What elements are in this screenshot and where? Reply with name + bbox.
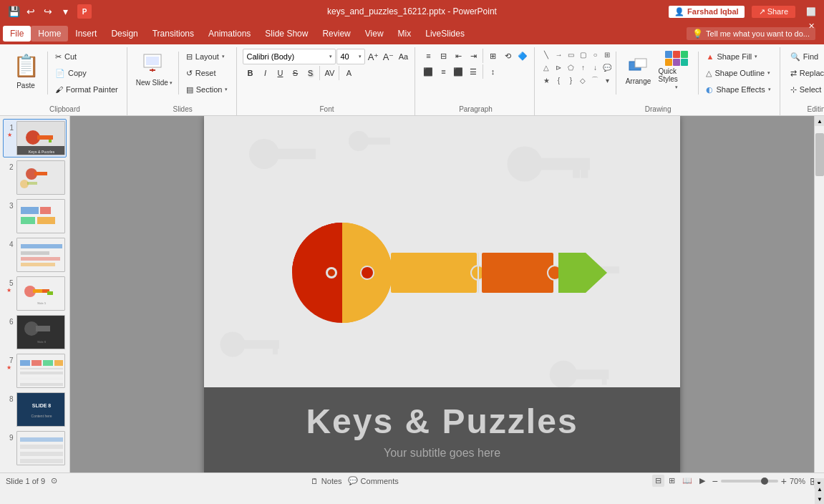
replace-button[interactable]: ⇄ Replace ▾	[786, 65, 824, 81]
shape-star[interactable]: ★	[541, 74, 552, 86]
shape-bracket[interactable]: {	[553, 74, 564, 86]
zoom-slider[interactable]	[721, 480, 778, 483]
menu-view[interactable]: View	[358, 26, 391, 42]
menu-insert[interactable]: Insert	[68, 26, 104, 42]
shape-diamond[interactable]: ◇	[577, 74, 588, 86]
bold-button[interactable]: B	[243, 66, 257, 80]
slide-thumb-8[interactable]: 8 SLIDE 8 Content here	[3, 391, 67, 428]
shape-more[interactable]: ⊞	[601, 49, 613, 60]
slide-sorter-button[interactable]: ⊞	[666, 475, 678, 487]
next-slide-button[interactable]: ▼	[815, 494, 824, 504]
scroll-up-button[interactable]: ▲	[815, 116, 824, 126]
customize-qa-button[interactable]: ▾	[57, 4, 73, 19]
save-button[interactable]: 💾	[6, 4, 21, 19]
shape-fill-button[interactable]: ▲ Shape Fill ▾	[702, 49, 775, 64]
increase-indent-button[interactable]: ⇥	[466, 49, 480, 63]
slide-thumb-1[interactable]: 1 ★ Keys & Puzzles	[3, 119, 67, 158]
shape-brace[interactable]: }	[565, 74, 576, 86]
align-right-button[interactable]: ⬛	[451, 64, 465, 79]
shape-oval[interactable]: ○	[589, 49, 601, 60]
shape-chevron[interactable]: ⊳	[553, 62, 564, 73]
strikethrough-button[interactable]: S	[288, 66, 302, 80]
tell-me-box[interactable]: 💡 Tell me what you want to do...	[687, 27, 815, 40]
new-slide-label[interactable]: New Slide ▾	[133, 77, 175, 88]
prev-slide-button[interactable]: ▲	[815, 484, 824, 494]
char-spacing-button[interactable]: AV	[322, 66, 336, 80]
reset-button[interactable]: ↺ Reset	[182, 65, 233, 81]
convert-to-smartart-button[interactable]: 🔷	[515, 49, 530, 63]
shape-callout[interactable]: 💬	[601, 62, 613, 73]
shadow-button[interactable]: S	[303, 66, 317, 80]
select-button[interactable]: ⊹ Select ▾	[786, 82, 824, 97]
shape-arrow-down[interactable]: ↓	[589, 62, 601, 73]
menu-review[interactable]: Review	[315, 26, 357, 42]
format-painter-button[interactable]: 🖌 Format Painter	[51, 82, 122, 97]
scroll-thumb[interactable]	[815, 133, 824, 176]
shape-triangle[interactable]: △	[541, 62, 552, 73]
numbered-list-button[interactable]: ⊟	[436, 49, 450, 63]
undo-button[interactable]: ↩	[23, 4, 39, 19]
menu-home[interactable]: Home	[31, 26, 68, 42]
slide-thumb-3[interactable]: 3	[3, 198, 67, 235]
text-direction-button[interactable]: ⟲	[500, 49, 515, 63]
shape-pentagon[interactable]: ⬠	[565, 62, 576, 73]
decrease-indent-button[interactable]: ⇤	[451, 49, 465, 63]
underline-button[interactable]: U	[273, 66, 287, 80]
zoom-thumb[interactable]	[761, 478, 768, 485]
shapes-scrolldown[interactable]: ▾	[601, 74, 613, 86]
menu-file[interactable]: File	[3, 26, 31, 42]
justify-button[interactable]: ☰	[466, 64, 480, 79]
redo-button[interactable]: ↪	[40, 4, 56, 19]
slide-thumb-7[interactable]: 7 ★	[3, 352, 67, 389]
menu-animations[interactable]: Animations	[201, 26, 258, 42]
section-button[interactable]: ▤ Section ▾	[182, 82, 233, 97]
shape-arrow-up[interactable]: ↑	[577, 62, 588, 73]
font-name-selector[interactable]: Calibri (Body) ▾	[243, 49, 336, 64]
menu-mix[interactable]: Mix	[391, 26, 419, 42]
slide-canvas[interactable]: Keys & Puzzles Your subtitle goes here	[204, 116, 680, 472]
shape-effects-button[interactable]: ◐ Shape Effects ▾	[702, 82, 775, 97]
arrange-button[interactable]: Arrange	[619, 49, 656, 92]
decrease-font-button[interactable]: A⁻	[381, 49, 395, 64]
copy-button[interactable]: 📄 Copy	[51, 65, 122, 81]
menu-liveslides[interactable]: LiveSlides	[418, 26, 472, 42]
clear-format-button[interactable]: Aa	[396, 49, 410, 64]
normal-view-button[interactable]: ⊟	[652, 475, 664, 487]
shape-rect[interactable]: ▭	[565, 49, 576, 60]
align-left-button[interactable]: ⬛	[421, 64, 435, 79]
italic-button[interactable]: I	[258, 66, 272, 80]
reading-view-button[interactable]: 📖	[679, 475, 695, 487]
share-button[interactable]: ↗ Share	[752, 6, 795, 18]
shape-rounded-rect[interactable]: ▢	[577, 49, 588, 60]
find-button[interactable]: 🔍 Find	[786, 49, 824, 64]
cut-button[interactable]: ✂ Cut	[51, 49, 122, 64]
layout-button[interactable]: ⊟ Layout ▾	[182, 49, 233, 64]
quick-styles-button[interactable]: Quick Styles ▾	[658, 49, 695, 92]
restore-button[interactable]: ⬜	[804, 4, 818, 19]
zoom-out-button[interactable]: −	[712, 475, 718, 487]
slideshow-view-button[interactable]: ▶	[697, 475, 708, 487]
new-slide-button[interactable]: New Slide ▾	[133, 49, 175, 88]
slide-thumb-2[interactable]: 2	[3, 159, 67, 196]
align-center-button[interactable]: ≡	[436, 64, 450, 79]
comments-button[interactable]: 💬 Comments	[348, 476, 399, 485]
user-account[interactable]: 👤 Farshad Iqbal	[669, 6, 745, 18]
paste-button[interactable]: 📋 Paste	[7, 49, 44, 89]
shape-arc[interactable]: ⌒	[589, 74, 601, 86]
notes-button[interactable]: 🗒 Notes	[311, 477, 342, 485]
bullets-button[interactable]: ≡	[421, 49, 435, 63]
slide-thumb-5[interactable]: 5 ★ Slide 5	[3, 275, 67, 312]
zoom-in-button[interactable]: +	[781, 475, 787, 487]
columns-button[interactable]: ⊞	[485, 49, 500, 63]
font-size-input[interactable]: 40 ▾	[336, 49, 365, 64]
increase-font-button[interactable]: A⁺	[366, 49, 380, 64]
slide-thumb-4[interactable]: 4	[3, 236, 67, 273]
shape-line[interactable]: ╲	[541, 49, 552, 60]
font-color-button[interactable]: A	[341, 66, 356, 80]
menu-transitions[interactable]: Transitions	[145, 26, 201, 42]
menu-design[interactable]: Design	[104, 26, 145, 42]
line-spacing-button[interactable]: ↕	[485, 64, 500, 79]
shape-outline-button[interactable]: △ Shape Outline ▾	[702, 65, 775, 81]
slide-thumb-6[interactable]: 6 Slide 6	[3, 314, 67, 351]
menu-slideshow[interactable]: Slide Show	[258, 26, 315, 42]
